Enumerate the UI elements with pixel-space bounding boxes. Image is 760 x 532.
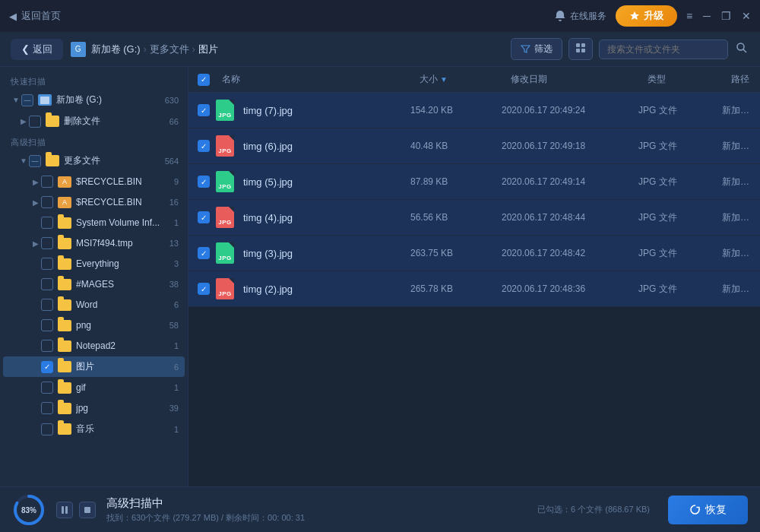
file-date-1: 2020.06.17 20:49:24 bbox=[502, 105, 638, 116]
tree-label-recycle1: $RECYCLE.BIN bbox=[76, 176, 171, 187]
svg-rect-1 bbox=[581, 43, 585, 47]
tree-check-jpg[interactable] bbox=[41, 402, 53, 414]
pause-button[interactable] bbox=[56, 502, 73, 518]
tree-count-jpg: 39 bbox=[169, 404, 179, 413]
filter-button[interactable]: 筛选 bbox=[511, 38, 562, 60]
tree-check-word[interactable] bbox=[41, 299, 53, 311]
file-path-5: 新加卷 (G:\更多文件... bbox=[722, 247, 751, 260]
svg-rect-3 bbox=[581, 49, 585, 52]
tree-check-disk[interactable] bbox=[21, 94, 33, 106]
row-check-2[interactable] bbox=[198, 140, 210, 152]
tree-label-disk: 新加卷 (G:) bbox=[56, 93, 162, 106]
file-date-5: 2020.06.17 20:48:42 bbox=[502, 248, 638, 258]
tree-check-sysvol[interactable] bbox=[41, 217, 53, 229]
bell-icon bbox=[554, 10, 566, 22]
restore-button[interactable]: ❐ bbox=[721, 10, 731, 22]
search-input[interactable] bbox=[599, 40, 728, 59]
tree-check-music[interactable] bbox=[41, 423, 53, 435]
file-path-1: 新加卷 (G:\更多文件... bbox=[722, 104, 751, 117]
file-size-5: 263.75 KB bbox=[410, 248, 502, 258]
table-row[interactable]: JPG timg (7).jpg 154.20 KB 2020.06.17 20… bbox=[188, 93, 760, 128]
sidebar-item-gif[interactable]: gif 1 bbox=[3, 378, 185, 397]
tree-check-everything[interactable] bbox=[41, 258, 53, 270]
breadcrumb-disk[interactable]: 新加卷 (G:) bbox=[91, 43, 141, 56]
svg-text:83%: 83% bbox=[21, 506, 36, 515]
tree-check-recycle1[interactable] bbox=[41, 176, 53, 188]
pause-icon bbox=[61, 505, 68, 515]
file-path-3: 新加卷 (G:\更多文件... bbox=[722, 176, 751, 188]
table-row[interactable]: JPG timg (4).jpg 56.56 KB 2020.06.17 20:… bbox=[188, 200, 760, 236]
sidebar-item-sysvol[interactable]: System Volume Inf... 1 bbox=[3, 213, 185, 233]
sidebar-item-music[interactable]: 音乐 1 bbox=[3, 419, 185, 439]
file-name-1: timg (7).jpg bbox=[243, 105, 410, 116]
morefiles-folder-icon bbox=[46, 155, 59, 166]
sidebar-item-jpg[interactable]: jpg 39 bbox=[3, 398, 185, 418]
tree-check-recycle2[interactable] bbox=[41, 196, 53, 208]
stop-button[interactable] bbox=[79, 502, 96, 518]
sidebar-item-msi[interactable]: ▶ MSI7f494.tmp 13 bbox=[3, 233, 185, 253]
online-service-label: 在线服务 bbox=[570, 10, 606, 23]
row-check-3[interactable] bbox=[198, 176, 210, 188]
table-row[interactable]: JPG timg (2).jpg 265.78 KB 2020.06.17 20… bbox=[188, 271, 760, 307]
sidebar-item-notepad2[interactable]: Notepad2 1 bbox=[3, 336, 185, 356]
row-check-6[interactable] bbox=[198, 283, 210, 295]
upgrade-button[interactable]: 升级 bbox=[616, 5, 677, 27]
file-name-2: timg (6).jpg bbox=[243, 141, 410, 152]
header-select-all[interactable] bbox=[198, 74, 210, 86]
quick-scan-label: 快速扫描 bbox=[0, 71, 188, 89]
row-check-4[interactable] bbox=[198, 211, 210, 223]
restore-button[interactable]: 恢复 bbox=[668, 496, 748, 524]
close-button[interactable]: ✕ bbox=[742, 10, 751, 22]
settings-icon[interactable]: ≡ bbox=[686, 10, 692, 22]
table-row[interactable]: JPG timg (5).jpg 87.89 KB 2020.06.17 20:… bbox=[188, 164, 760, 200]
back-to-home[interactable]: ◀ 返回首页 bbox=[9, 9, 61, 23]
tree-check-pictures[interactable] bbox=[41, 361, 53, 373]
tree-label-recycle2: $RECYCLE.BIN bbox=[76, 197, 166, 207]
row-check-5[interactable] bbox=[198, 247, 210, 259]
tree-toggle-morefiles: ▼ bbox=[18, 157, 29, 165]
tree-check-gif[interactable] bbox=[41, 382, 53, 394]
restore-label: 恢复 bbox=[705, 503, 727, 517]
tree-check-mages[interactable] bbox=[41, 278, 53, 290]
sidebar-item-delete[interactable]: ▶ 删除文件 66 bbox=[3, 111, 185, 131]
sidebar-item-png[interactable]: png 58 bbox=[3, 315, 185, 335]
svg-rect-6 bbox=[40, 97, 49, 104]
view-toggle-button[interactable] bbox=[568, 38, 593, 60]
window-controls: ≡ ─ ❐ ✕ bbox=[686, 10, 751, 22]
sidebar-item-mages[interactable]: #MAGES 38 bbox=[3, 274, 185, 294]
file-size-2: 40.48 KB bbox=[410, 141, 502, 151]
th-size[interactable]: 大小 ▼ bbox=[420, 73, 511, 86]
tree-count-disk: 630 bbox=[165, 96, 179, 105]
online-service[interactable]: 在线服务 bbox=[554, 10, 606, 23]
png-folder-icon bbox=[58, 320, 71, 331]
minimize-button[interactable]: ─ bbox=[703, 10, 711, 22]
tree-check-delete[interactable] bbox=[29, 116, 41, 128]
sidebar-item-recycle2[interactable]: ▶ A $RECYCLE.BIN 16 bbox=[3, 192, 185, 212]
tree-label-everything: Everything bbox=[76, 258, 171, 269]
tree-check-morefiles[interactable] bbox=[29, 155, 41, 167]
scan-title: 高级扫描中 bbox=[106, 496, 527, 511]
tree-count-music: 1 bbox=[174, 425, 179, 434]
sidebar-item-morefiles[interactable]: ▼ 更多文件 564 bbox=[3, 150, 185, 171]
row-check-1[interactable] bbox=[198, 104, 210, 116]
msi-folder-icon bbox=[58, 238, 71, 249]
search-button[interactable] bbox=[734, 42, 749, 57]
svg-line-5 bbox=[743, 49, 746, 52]
tree-label-png: png bbox=[76, 320, 166, 331]
file-name-5: timg (3).jpg bbox=[243, 248, 410, 259]
table-row[interactable]: JPG timg (6).jpg 40.48 KB 2020.06.17 20:… bbox=[188, 128, 760, 164]
tree-label-msi: MSI7f494.tmp bbox=[76, 238, 166, 249]
breadcrumb-more[interactable]: 更多文件 bbox=[150, 43, 189, 56]
sidebar-item-disk[interactable]: ▼ 新加卷 (G:) 630 bbox=[3, 90, 185, 110]
file-path-2: 新加卷 (G:\更多文件... bbox=[722, 140, 751, 153]
progress-circle: 83% bbox=[12, 493, 46, 527]
tree-check-notepad2[interactable] bbox=[41, 340, 53, 352]
sidebar-item-everything[interactable]: Everything 3 bbox=[3, 254, 185, 274]
tree-check-msi[interactable] bbox=[41, 237, 53, 249]
sidebar-item-recycle1[interactable]: ▶ A $RECYCLE.BIN 9 bbox=[3, 172, 185, 192]
tree-check-png[interactable] bbox=[41, 319, 53, 331]
sidebar-item-pictures[interactable]: 图片 6 bbox=[3, 356, 185, 377]
sidebar-item-word[interactable]: Word 6 bbox=[3, 295, 185, 315]
table-row[interactable]: JPG timg (3).jpg 263.75 KB 2020.06.17 20… bbox=[188, 236, 760, 271]
back-button[interactable]: ❮ 返回 bbox=[11, 39, 63, 60]
